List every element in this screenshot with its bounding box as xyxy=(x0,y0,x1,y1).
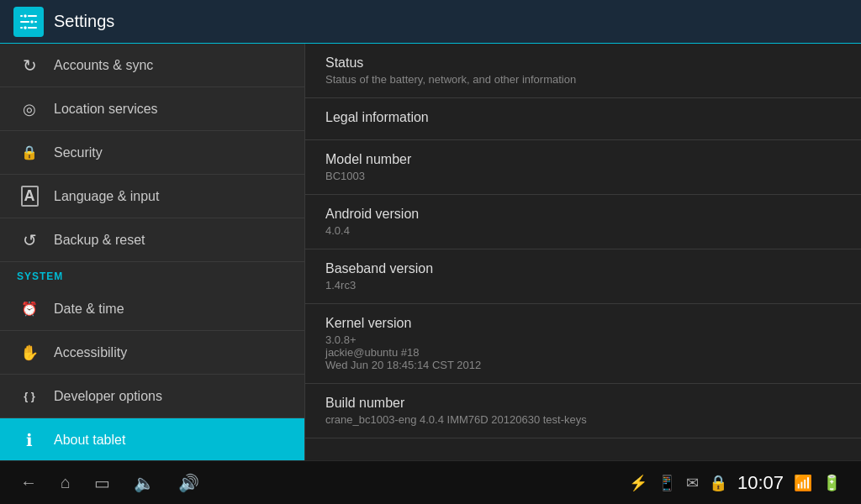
svg-point-4 xyxy=(30,19,34,24)
sidebar-item-label: About tablet xyxy=(54,433,125,448)
page-title: Settings xyxy=(54,12,114,31)
about-icon xyxy=(17,428,42,453)
bottom-bar: ⚡ 📱 ✉ 🔒 10:07 📶 🔋 xyxy=(0,460,861,504)
detail-item-title: Model number xyxy=(325,152,841,167)
detail-item-title: Status xyxy=(325,55,841,71)
sidebar-item-backup-reset[interactable]: Backup & reset xyxy=(0,218,304,262)
detail-item-subtitle: BC1003 xyxy=(325,170,841,182)
detail-item-title: Legal information xyxy=(325,110,841,125)
back-button[interactable] xyxy=(20,473,37,492)
recent-button[interactable] xyxy=(94,473,110,493)
sidebar-item-label: Accessibility xyxy=(54,345,127,360)
svg-point-3 xyxy=(24,13,28,18)
settings-app-icon xyxy=(13,7,44,37)
system-section-header: SYSTEM xyxy=(0,262,304,287)
detail-item-android-version: Android version 4.0.4 xyxy=(305,195,861,249)
sidebar: Accounts & sync Location services Securi… xyxy=(0,44,305,460)
detail-item-baseband-version: Baseband version 1.4rc3 xyxy=(305,249,861,304)
sidebar-item-about-tablet[interactable]: About tablet xyxy=(0,418,304,460)
detail-item-build-number: Build number crane_bc1003-eng 4.0.4 IMM7… xyxy=(305,384,861,438)
detail-item-legal-information[interactable]: Legal information xyxy=(305,98,861,140)
mail-icon: ✉ xyxy=(686,474,699,492)
sidebar-item-date-time[interactable]: Date & time xyxy=(0,287,304,331)
sidebar-item-label: Date & time xyxy=(54,302,124,317)
sidebar-item-label: Backup & reset xyxy=(54,233,145,248)
top-bar: Settings xyxy=(0,0,861,44)
detail-item-subtitle: 1.4rc3 xyxy=(325,279,841,291)
detail-item-subtitle: Status of the battery, network, and othe… xyxy=(325,73,841,86)
volume-down-button[interactable] xyxy=(134,473,155,493)
detail-item-subtitle: 3.0.8+ jackie@ubuntu #18 Wed Jun 20 18:4… xyxy=(325,333,841,371)
sidebar-item-security[interactable]: Security xyxy=(0,131,304,175)
sidebar-item-label: Location services xyxy=(54,102,158,117)
volume-up-button[interactable] xyxy=(178,473,199,493)
sidebar-item-label: Accounts & sync xyxy=(54,58,153,73)
sync-icon xyxy=(17,53,42,78)
battery-icon: 🔋 xyxy=(822,474,841,492)
bottom-nav-icons xyxy=(20,473,199,493)
time-display: 10:07 xyxy=(737,472,784,494)
detail-item-subtitle: crane_bc1003-eng 4.0.4 IMM76D 20120630 t… xyxy=(325,413,841,426)
detail-item-kernel-version: Kernel version 3.0.8+ jackie@ubuntu #18 … xyxy=(305,304,861,384)
bottom-status-icons: ⚡ 📱 ✉ 🔒 10:07 📶 🔋 xyxy=(629,472,841,494)
backup-icon xyxy=(17,228,42,253)
detail-item-subtitle: 4.0.4 xyxy=(325,224,841,237)
detail-item-title: Baseband version xyxy=(325,261,841,276)
sidebar-item-label: Developer options xyxy=(54,389,162,404)
security-icon xyxy=(17,140,42,165)
sidebar-item-label: Language & input xyxy=(54,189,159,204)
sidebar-item-language-input[interactable]: Language & input xyxy=(0,175,304,218)
developer-icon xyxy=(17,384,42,409)
main-content: Accounts & sync Location services Securi… xyxy=(0,44,861,460)
lock-icon: 🔒 xyxy=(709,474,727,492)
detail-panel: Status Status of the battery, network, a… xyxy=(305,44,861,460)
svg-point-5 xyxy=(24,25,28,29)
sidebar-item-developer-options[interactable]: Developer options xyxy=(0,375,304,418)
sidebar-item-accounts-sync[interactable]: Accounts & sync xyxy=(0,44,304,87)
home-button[interactable] xyxy=(61,473,71,492)
datetime-icon xyxy=(17,297,42,322)
detail-item-title: Kernel version xyxy=(325,316,841,331)
accessibility-icon xyxy=(17,340,42,365)
detail-item-status[interactable]: Status Status of the battery, network, a… xyxy=(305,44,861,98)
screenshot-icon: 📱 xyxy=(658,474,676,492)
detail-item-model-number: Model number BC1003 xyxy=(305,140,861,195)
sidebar-item-location-services[interactable]: Location services xyxy=(0,87,304,131)
sidebar-item-accessibility[interactable]: Accessibility xyxy=(0,331,304,375)
wifi-icon: 📶 xyxy=(794,474,812,492)
location-icon xyxy=(17,97,42,122)
sidebar-item-label: Security xyxy=(54,145,103,160)
language-icon xyxy=(17,184,42,209)
usb-icon: ⚡ xyxy=(629,474,647,492)
detail-item-title: Android version xyxy=(325,207,841,222)
detail-item-title: Build number xyxy=(325,396,841,411)
